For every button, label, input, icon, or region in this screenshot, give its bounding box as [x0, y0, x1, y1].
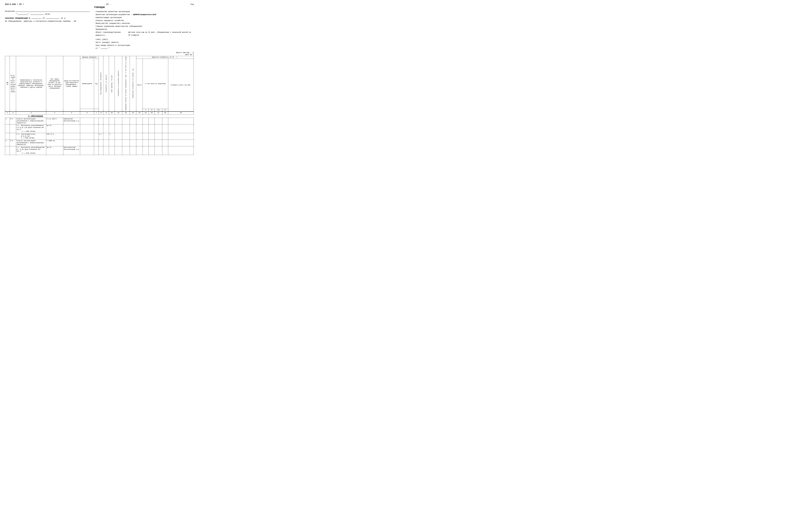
- cell-maker: [63, 125, 80, 133]
- cell-pos: П-I: [10, 118, 16, 125]
- cell-q3: [155, 133, 162, 139]
- cell-potr: [103, 140, 109, 146]
- th-q3: III: [155, 109, 162, 112]
- page-marker: - IO -: [104, 3, 111, 6]
- cell-unitname: [80, 140, 94, 146]
- rh-gumts: ГУМТС (УМТС): [96, 38, 194, 41]
- cell-q4: [162, 118, 168, 125]
- cell-name: I.2 Электродвигатель № 0,12 квт n = I400…: [16, 133, 46, 139]
- th-q2: II: [149, 109, 155, 112]
- cell-pos: [10, 125, 16, 133]
- col-q3-row: I7: [155, 112, 162, 114]
- cell-zayavl: [130, 140, 136, 146]
- cell-kodmat: [98, 140, 103, 146]
- cell-q1: [143, 125, 149, 133]
- cell-kodmat: [98, 125, 103, 133]
- cell-q4: [162, 146, 168, 155]
- section1-header: I. Оборудование: [5, 115, 194, 118]
- cell-type: Ц4-70: [46, 146, 63, 155]
- th-potr-pusk: Потребность на пусковой комплекс: [115, 56, 122, 112]
- col-maker-row: 5: [63, 112, 80, 114]
- cell-name: Агрегат вентиляторный центробежный с виб…: [16, 118, 46, 125]
- cell-pusk: [115, 140, 122, 146]
- col-zayavl-row: I3: [130, 112, 136, 114]
- col-type-row: 4: [46, 112, 63, 114]
- cell-unitcode: [94, 133, 98, 139]
- cell-ojid: [122, 146, 130, 155]
- table-row: I.2 Электродвигатель № 0,12 квт n = I400…: [5, 133, 194, 139]
- date-quote-close: ": [27, 13, 29, 15]
- cell-q3: [155, 125, 162, 133]
- col-q1-row: I5: [143, 112, 149, 114]
- cell-type: Ц4-70: [46, 125, 63, 133]
- cell-stoimost: [168, 146, 194, 155]
- cell-stoimost: [168, 118, 194, 125]
- rh-gen-org: Генеральная проектная организация: [96, 10, 194, 13]
- cell-vsego: [136, 133, 143, 139]
- cell-cena: [109, 140, 115, 146]
- cell-name: Агрегат вентиляторный центробежный с виб…: [16, 140, 46, 146]
- cell-q3: [155, 140, 162, 146]
- cell-stoimost: [168, 140, 194, 146]
- col-unitcode-row: 7: [94, 112, 98, 114]
- table-row: 2.I Вентилятор центробежный №5 Д = 0,95 …: [5, 146, 194, 155]
- th-type: Тип, марка оборудова­ния; ката­лог; № че…: [46, 56, 63, 112]
- cell-cena: [109, 146, 115, 155]
- cell-type: АОЛ II-4: [46, 133, 63, 139]
- th-kodmat: Код оборудования, материалов: [98, 56, 103, 112]
- col-num-row: I: [5, 112, 10, 114]
- rh-otrasl: Отрасль народного хозяйства: [96, 19, 194, 22]
- col-pos-row: 2: [10, 112, 16, 114]
- date-quote-open: ": [16, 13, 17, 15]
- rh-chast: Часть (раздел) проекта: [96, 41, 194, 44]
- col-vsego-row: I4: [136, 112, 143, 114]
- cell-unitname: [80, 146, 94, 155]
- cell-zayavl: [130, 125, 136, 133]
- cell-potr: [103, 125, 109, 133]
- cell-num: [5, 133, 10, 139]
- spec-subtitle: На оборудование, арматуру и контрольно-и…: [5, 20, 76, 22]
- cell-q1: [143, 140, 149, 146]
- cell-pusk: [115, 125, 122, 133]
- cell-cena: I: [109, 133, 115, 139]
- spec-year: I9: [61, 17, 63, 19]
- th-potr-proj: Потребность по проекту: [103, 56, 109, 112]
- cell-vsego: [136, 146, 143, 155]
- th-pos: № по­зиций по тех­но­ло­ги­ческой схеме;…: [10, 56, 16, 112]
- cell-q2: [149, 125, 155, 133]
- th-num: №№пп: [5, 56, 10, 112]
- cell-zayavl: [130, 133, 136, 139]
- th-zayavl: Заявленная потреб­ность на планир. год: [130, 56, 136, 112]
- rh-ministry: Министерство (ведомство)-заказчик: [96, 22, 194, 25]
- cell-potr: [103, 133, 109, 139]
- cell-pusk: [115, 146, 122, 155]
- cell-q4: [162, 125, 168, 133]
- cell-q1: [143, 118, 149, 125]
- th-unit-code: код: [94, 59, 98, 109]
- cell-q2: [149, 133, 155, 139]
- cell-q2: [149, 140, 155, 146]
- th-quarters-group: в том числе по кварталам: [143, 59, 168, 109]
- col-name-row: 3: [16, 112, 46, 114]
- cell-cena: [109, 125, 115, 133]
- cell-kodmat: [98, 146, 103, 155]
- col-q2-row: I6: [149, 112, 155, 114]
- cell-pos: П-2: [10, 140, 16, 146]
- cell-kodmat: к-т: [98, 133, 103, 139]
- col-cena-row: IO: [109, 112, 115, 114]
- th-stoimost: Стои­мость всего тыс.руб.: [168, 59, 194, 112]
- cell-q1: [143, 146, 149, 155]
- spec-title: ЗАКАЗНАЯ СПЕЦИФИКАЦИЯ №: [5, 17, 30, 19]
- nachalnik-label: Начальник: [5, 10, 15, 12]
- cell-q4: [162, 140, 168, 146]
- total-sheets: Всего листов - 3: [176, 52, 194, 54]
- cell-unitcode: [94, 140, 98, 146]
- cell-ojid: [122, 140, 130, 146]
- cell-type: А 5095-2а: [46, 140, 63, 146]
- th-unit-name: Наи­мено­вание: [80, 59, 94, 109]
- cell-q2: [149, 146, 155, 155]
- col-pusk-row: II: [115, 112, 122, 114]
- rh-ot: от " ": [96, 47, 194, 50]
- kod-label: Код: [190, 3, 194, 5]
- cell-maker: [63, 133, 80, 139]
